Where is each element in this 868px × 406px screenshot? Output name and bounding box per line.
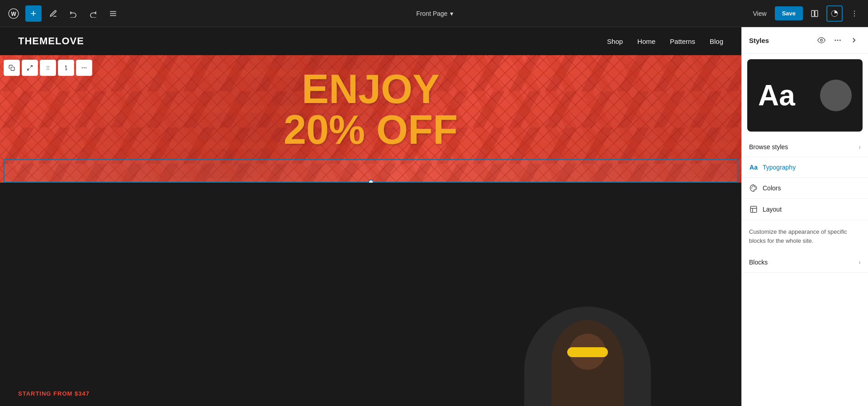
styles-eye-button[interactable] — [815, 33, 828, 47]
svg-point-26 — [837, 40, 839, 41]
toolbar-center: Front Page ▾ — [125, 7, 745, 20]
dropdown-icon: ▾ — [450, 10, 453, 17]
panel-header: Styles — [742, 27, 868, 54]
layout-icon — [749, 205, 758, 213]
style-preview-text: Aa — [758, 79, 795, 112]
svg-line-13 — [28, 68, 29, 70]
svg-point-18 — [47, 69, 47, 70]
colors-row-left: Colors — [749, 184, 781, 192]
section-below: STARTING FROM $347 — [0, 183, 741, 406]
layout-view-button[interactable] — [806, 5, 823, 22]
layout-row-left: Layout — [749, 205, 782, 213]
panel-title: Styles — [749, 37, 769, 44]
site-logo: THEMELOVE — [18, 35, 84, 47]
svg-point-30 — [754, 186, 755, 187]
hero-banner: ENJOY 20% OFF — [0, 55, 741, 183]
person-head — [551, 320, 624, 406]
headband — [567, 347, 608, 357]
top-toolbar: W + Front Page ▾ View Save — [0, 0, 868, 27]
svg-text:W: W — [11, 10, 16, 17]
svg-point-16 — [47, 67, 47, 68]
layout-label: Layout — [763, 206, 782, 213]
nav-shop[interactable]: Shop — [607, 38, 623, 45]
svg-point-29 — [752, 186, 753, 187]
canvas: THEMELOVE Shop Home Patterns Blog — [0, 27, 741, 406]
layout-row[interactable]: Layout — [742, 199, 868, 220]
typography-row-left: Aa Typography — [749, 164, 796, 171]
svg-rect-6 — [815, 10, 818, 17]
svg-point-19 — [48, 69, 49, 70]
svg-point-27 — [840, 40, 841, 41]
typography-label: Typography — [763, 164, 796, 171]
blocks-chevron: › — [859, 259, 861, 266]
selected-block[interactable] — [4, 159, 738, 183]
svg-point-17 — [48, 67, 49, 68]
wp-logo[interactable]: W — [5, 5, 22, 22]
svg-point-28 — [751, 188, 752, 189]
svg-rect-5 — [811, 10, 814, 17]
colors-icon — [749, 184, 758, 192]
nav-patterns[interactable]: Patterns — [670, 38, 695, 45]
svg-point-22 — [84, 67, 85, 68]
svg-point-8 — [854, 10, 855, 11]
page-title-text: Front Page — [416, 10, 447, 17]
style-preview-circle — [820, 80, 852, 111]
panel-description: Customize the appearance of specific blo… — [742, 220, 868, 252]
browse-styles-label: Browse styles — [749, 143, 788, 151]
svg-rect-11 — [11, 67, 14, 71]
site-nav: Shop Home Patterns Blog — [607, 38, 723, 45]
block-copy-button[interactable] — [4, 60, 20, 76]
styles-panel: Styles — [741, 27, 868, 406]
hero-headline: ENJOY 20% OFF — [9, 69, 732, 150]
styles-more-button[interactable] — [831, 33, 844, 47]
list-view-button[interactable] — [105, 5, 121, 22]
blocks-row[interactable]: Blocks › — [742, 252, 868, 273]
redo-button[interactable] — [85, 5, 101, 22]
browse-styles-chevron: › — [859, 143, 861, 151]
panel-header-icons — [815, 33, 861, 47]
pen-tool-button[interactable] — [45, 5, 62, 22]
svg-line-12 — [30, 66, 32, 67]
svg-point-23 — [85, 67, 86, 68]
block-reorder-button[interactable] — [58, 60, 74, 76]
colors-row[interactable]: Colors — [742, 178, 868, 199]
view-button[interactable]: View — [749, 7, 771, 20]
undo-button[interactable] — [65, 5, 81, 22]
svg-point-21 — [82, 67, 83, 68]
starting-from-text: STARTING FROM $347 — [18, 390, 90, 397]
typography-icon: Aa — [749, 164, 758, 171]
styles-button[interactable] — [826, 5, 843, 22]
block-toolbar — [4, 60, 92, 76]
block-more-button[interactable] — [76, 60, 92, 76]
nav-home[interactable]: Home — [637, 38, 655, 45]
svg-point-31 — [755, 188, 756, 189]
svg-point-10 — [854, 15, 855, 16]
colors-label: Colors — [763, 184, 781, 192]
svg-point-14 — [47, 66, 47, 67]
svg-point-15 — [48, 66, 49, 67]
svg-point-25 — [835, 40, 836, 41]
typography-row[interactable]: Aa Typography — [742, 157, 868, 178]
main-content: THEMELOVE Shop Home Patterns Blog — [0, 27, 868, 406]
block-drag-handle[interactable] — [40, 60, 56, 76]
nav-blog[interactable]: Blog — [710, 38, 723, 45]
blocks-label: Blocks — [749, 259, 768, 266]
block-resize-handle[interactable] — [368, 179, 374, 183]
page-title-button[interactable]: Front Page ▾ — [412, 7, 458, 20]
site-header: THEMELOVE Shop Home Patterns Blog — [0, 27, 741, 55]
more-options-button[interactable] — [846, 5, 863, 22]
browse-styles-row[interactable]: Browse styles › — [742, 137, 868, 157]
svg-point-24 — [821, 39, 823, 42]
styles-close-button[interactable] — [847, 33, 861, 47]
toolbar-right: View Save — [749, 5, 863, 22]
hero-text: ENJOY 20% OFF — [0, 55, 741, 159]
block-expand-button[interactable] — [22, 60, 38, 76]
style-preview: Aa — [747, 59, 863, 132]
svg-point-9 — [854, 13, 855, 14]
svg-rect-32 — [750, 206, 757, 212]
person-image — [524, 307, 651, 406]
add-block-button[interactable]: + — [25, 5, 42, 22]
save-button[interactable]: Save — [775, 6, 803, 20]
